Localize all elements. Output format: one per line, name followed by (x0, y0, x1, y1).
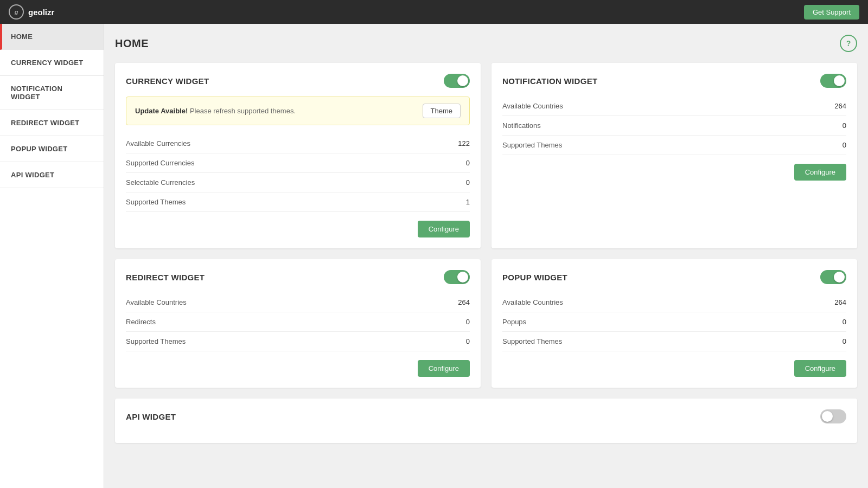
stat-value: 122 (458, 139, 470, 147)
stat-row: Available Countries 264 (126, 293, 470, 312)
stat-label: Popups (502, 318, 526, 326)
stat-label: Available Countries (502, 102, 563, 110)
stat-value: 0 (843, 141, 846, 149)
stat-row: Supported Themes 0 (502, 136, 846, 155)
api-widget-header: API WIDGET (126, 409, 846, 423)
stat-row: Supported Themes 0 (126, 332, 470, 351)
popup-widget-title: POPUP WIDGET (502, 273, 567, 282)
stat-label: Supported Themes (502, 141, 562, 149)
redirect-widget-header: REDIRECT WIDGET (126, 270, 470, 284)
sidebar: HOME CURRENCY WIDGET NOTIFICATION WIDGET… (0, 24, 104, 488)
stat-value: 0 (843, 337, 846, 345)
stat-label: Supported Themes (126, 198, 186, 206)
popup-widget-toggle[interactable] (820, 270, 846, 284)
sidebar-item-home[interactable]: HOME (0, 24, 104, 50)
stat-value: 0 (466, 337, 470, 345)
stat-row: Notifications 0 (502, 116, 846, 136)
stat-label: Supported Themes (126, 337, 186, 345)
currency-widget-toggle[interactable] (444, 74, 470, 88)
stat-label: Supported Currencies (126, 159, 194, 167)
main-content: HOME ? CURRENCY WIDGET Update Avaible! P (104, 24, 868, 488)
stat-value: 0 (466, 178, 470, 187)
stat-value: 0 (843, 318, 846, 326)
get-support-button[interactable]: Get Support (804, 5, 859, 20)
stat-label: Available Countries (126, 298, 187, 306)
stat-label: Selectable Currencies (126, 178, 195, 187)
stat-row: Supported Themes 0 (502, 332, 846, 351)
currency-widget-title: CURRENCY WIDGET (126, 76, 209, 86)
stat-label: Redirects (126, 318, 156, 326)
stat-label: Notifications (502, 121, 541, 130)
redirect-widget-card: REDIRECT WIDGET Available Countries 264 … (115, 259, 481, 388)
sidebar-item-popup[interactable]: POPUP WIDGET (0, 136, 104, 162)
sidebar-item-currency[interactable]: CURRENCY WIDGET (0, 50, 104, 76)
popup-widget-header: POPUP WIDGET (502, 270, 846, 284)
api-widget-card: API WIDGET (115, 399, 857, 443)
notification-widget-card: NOTIFICATION WIDGET Available Countries … (492, 63, 857, 248)
logo-text: geolizr (28, 8, 54, 17)
alert-bold: Update Avaible! (135, 107, 188, 115)
stat-value: 264 (834, 102, 846, 110)
stat-value: 0 (843, 121, 846, 130)
stat-row: Available Countries 264 (502, 97, 846, 116)
sidebar-item-redirect[interactable]: REDIRECT WIDGET (0, 110, 104, 136)
stat-row: Popups 0 (502, 312, 846, 332)
notification-widget-title: NOTIFICATION WIDGET (502, 76, 597, 86)
currency-configure-button[interactable]: Configure (418, 221, 470, 237)
alert-text: Update Avaible! Please refresh supported… (135, 107, 296, 115)
stat-value: 0 (466, 318, 470, 326)
help-icon[interactable]: ? (840, 35, 857, 52)
currency-widget-header: CURRENCY WIDGET (126, 74, 470, 88)
stat-row: Redirects 0 (126, 312, 470, 332)
popup-configure-button[interactable]: Configure (794, 360, 846, 377)
api-widget-toggle[interactable] (820, 409, 846, 423)
logo-icon: g (9, 4, 24, 20)
stat-row: Supported Themes 1 (126, 192, 470, 212)
notification-configure-button[interactable]: Configure (794, 164, 846, 181)
page-title: HOME (115, 37, 149, 50)
alert-body: Please refresh supported themes. (188, 107, 296, 115)
currency-configure-row: Configure (126, 221, 470, 237)
page-header: HOME ? (115, 35, 857, 52)
notification-configure-row: Configure (502, 164, 846, 181)
stat-row: Selectable Currencies 0 (126, 173, 470, 192)
stat-label: Available Currencies (126, 139, 190, 147)
redirect-configure-row: Configure (126, 360, 470, 377)
stat-label: Available Countries (502, 298, 563, 306)
stat-label: Supported Themes (502, 337, 562, 345)
redirect-widget-toggle[interactable] (444, 270, 470, 284)
redirect-widget-title: REDIRECT WIDGET (126, 273, 205, 282)
sidebar-item-api[interactable]: API WIDGET (0, 162, 104, 188)
widgets-grid: CURRENCY WIDGET Update Avaible! Please r… (115, 63, 857, 443)
stat-value: 1 (466, 198, 470, 206)
stat-value: 0 (466, 159, 470, 167)
notification-widget-toggle[interactable] (820, 74, 846, 88)
sidebar-item-notification[interactable]: NOTIFICATION WIDGET (0, 76, 104, 110)
popup-configure-row: Configure (502, 360, 846, 377)
theme-button[interactable]: Theme (423, 104, 461, 118)
redirect-configure-button[interactable]: Configure (418, 360, 470, 377)
logo: g geolizr (9, 4, 54, 20)
navbar: g geolizr Get Support (0, 0, 868, 24)
stat-value: 264 (834, 298, 846, 306)
stat-row: Available Countries 264 (502, 293, 846, 312)
layout: HOME CURRENCY WIDGET NOTIFICATION WIDGET… (0, 24, 868, 488)
currency-widget-alert: Update Avaible! Please refresh supported… (126, 97, 470, 125)
notification-widget-header: NOTIFICATION WIDGET (502, 74, 846, 88)
stat-row: Available Currencies 122 (126, 134, 470, 153)
stat-value: 264 (458, 298, 470, 306)
popup-widget-card: POPUP WIDGET Available Countries 264 Pop… (492, 259, 857, 388)
currency-widget-card: CURRENCY WIDGET Update Avaible! Please r… (115, 63, 481, 248)
api-widget-title: API WIDGET (126, 412, 176, 421)
stat-row: Supported Currencies 0 (126, 153, 470, 173)
